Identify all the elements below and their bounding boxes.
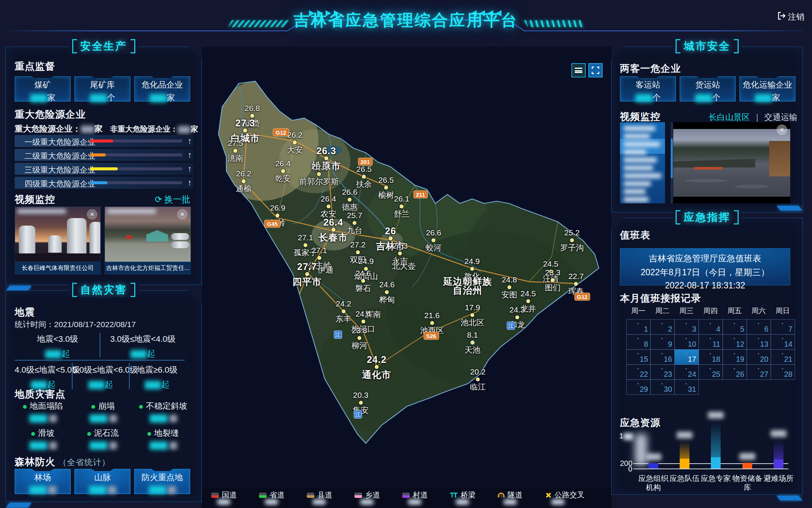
refresh-batch-button[interactable]: ⟳ 换一批 — [155, 194, 190, 205]
calendar-day-22[interactable]: 22 — [626, 364, 651, 380]
city-video-feed[interactable]: × — [673, 122, 790, 203]
camera-thumbnail-1[interactable]: × 长春巨峰气体有限责任公司 — [15, 206, 101, 274]
river-gauge-icon[interactable]: 江 — [354, 410, 362, 419]
calendar-day-2[interactable]: 2 — [650, 319, 675, 335]
map-city-marker[interactable]: 23.8柳河 — [351, 326, 367, 350]
calendar-day-29[interactable]: 29 — [626, 379, 651, 395]
calendar-day-30[interactable]: 30 — [650, 379, 675, 395]
map-city-marker[interactable]: 8.1天池 — [465, 331, 480, 355]
province-map[interactable]: 26.8镇赉27.3白城市27.5洮南26.2大安26.2通榆26.4乾安26.… — [202, 47, 611, 508]
legend-item-县道[interactable]: 县道 — [307, 490, 332, 500]
river-gauge-icon[interactable]: 江 — [507, 321, 515, 330]
map-city-marker[interactable]: 26.2大安 — [287, 130, 303, 155]
map-city-marker[interactable]: 25.7九台 — [347, 211, 362, 235]
calendar-day-9[interactable]: 9 — [650, 334, 675, 350]
calendar-day-3[interactable]: 3 — [674, 319, 699, 335]
map-city-marker[interactable]: 23.3图们 — [545, 268, 561, 292]
map-city-marker[interactable]: 26.6前郭尔罗斯 — [299, 162, 339, 186]
map-city-marker[interactable]: 26.5榆树 — [378, 176, 394, 200]
river-gauge-icon[interactable]: 江 — [334, 331, 342, 339]
camera-timestamp — [17, 209, 66, 214]
redacted-list-item[interactable] — [624, 158, 657, 162]
y-tick-200: 200 — [620, 459, 632, 468]
redacted-list-item[interactable] — [624, 197, 648, 202]
close-icon[interactable]: × — [87, 209, 97, 220]
map-city-marker[interactable]: 27.5洮南 — [227, 139, 243, 163]
map-fullscreen-button[interactable] — [588, 63, 603, 77]
calendar-day-17[interactable]: 17 — [674, 349, 699, 365]
calendar-day-1[interactable]: 1 — [626, 319, 651, 335]
map-city-marker[interactable]: 21.6池西区 — [420, 311, 444, 335]
redacted-list-item[interactable] — [624, 126, 655, 131]
redacted-list-item[interactable] — [624, 134, 650, 139]
map-city-marker[interactable]: 24.6磐石 — [355, 269, 371, 293]
redacted-list-item[interactable] — [624, 150, 646, 155]
calendar-day-8[interactable]: 8 — [626, 334, 651, 350]
logout-button[interactable]: 注销 — [777, 11, 804, 23]
legend-item-省道[interactable]: 省道 — [259, 490, 285, 500]
calendar-day-7[interactable]: 7 — [771, 319, 795, 335]
calendar-day-12[interactable]: 12 — [723, 334, 747, 350]
tab-transport[interactable]: 交通运输 — [764, 112, 797, 122]
map-city-marker[interactable]: 24.6桦甸 — [379, 280, 395, 304]
map-city-marker[interactable]: 27.7四平市 — [292, 262, 322, 286]
calendar-day-31[interactable]: 31 — [674, 379, 699, 395]
redacted-list-item[interactable] — [624, 142, 660, 147]
calendar-day-21[interactable]: 21 — [771, 349, 795, 365]
legend-item-桥梁[interactable]: 桥梁 — [450, 490, 476, 500]
map-city-marker[interactable]: 20.2临江 — [470, 367, 486, 391]
calendar-day-23[interactable]: 23 — [650, 364, 675, 380]
scrollbar-thumb[interactable] — [671, 138, 673, 178]
map-city-marker[interactable]: 25.2罗子沟 — [560, 228, 584, 252]
calendar-day-5[interactable]: 5 — [723, 319, 747, 335]
camera-thumbnail-2[interactable]: × 吉林市吉化北方炬福工贸责任... — [105, 206, 191, 274]
legend-item-公路交叉[interactable]: 公路交叉 — [545, 490, 585, 500]
legend-item-乡道[interactable]: 乡道 — [354, 490, 380, 500]
calendar-day-6[interactable]: 6 — [747, 319, 771, 335]
calendar-day-24[interactable]: 24 — [674, 364, 699, 380]
calendar-day-14[interactable]: 14 — [771, 334, 795, 350]
camera-list-scrollbar[interactable] — [671, 122, 673, 203]
map-city-marker[interactable]: 24.8安图 — [501, 275, 517, 299]
calendar-day-4[interactable]: 4 — [698, 319, 723, 335]
tab-changbaishan[interactable]: 长白山景区 — [709, 112, 750, 123]
redacted-list-item[interactable] — [624, 189, 645, 194]
map-city-marker[interactable]: 17.9池北区 — [461, 303, 484, 327]
calendar-day-18[interactable]: 18 — [698, 349, 723, 365]
calendar-day-16[interactable]: 16 — [650, 349, 675, 365]
calendar-day-15[interactable]: 15 — [626, 349, 651, 365]
calendar-day-27[interactable]: 27 — [747, 364, 771, 380]
map-city-marker[interactable]: 26.2通榆 — [236, 169, 251, 193]
redacted-list-item[interactable] — [624, 181, 651, 186]
calendar-day-26[interactable]: 26 — [723, 364, 747, 380]
map-city-marker[interactable]: 26.1舒兰 — [394, 194, 409, 218]
calendar-day-20[interactable]: 20 — [747, 349, 771, 365]
legend-item-村道[interactable]: 村道 — [402, 490, 428, 500]
map-city-marker[interactable]: 北大壶 — [392, 262, 415, 271]
map-city-marker[interactable]: 26.4农安 — [321, 194, 336, 218]
calendar-day-10[interactable]: 10 — [674, 334, 699, 350]
map-city-marker[interactable]: 22.7珲春 — [568, 272, 584, 296]
map-city-marker[interactable]: 26.4乾安 — [275, 159, 291, 183]
map-city-marker[interactable]: 24.2通化市 — [362, 355, 391, 379]
map-city-marker[interactable]: 24.2东丰 — [336, 299, 351, 323]
close-icon[interactable]: × — [177, 209, 188, 220]
redacted-list-item[interactable] — [624, 165, 653, 170]
map-city-marker[interactable]: 26.4长春市 — [319, 218, 348, 242]
map-city-marker[interactable]: 延边朝鲜族 自治州 — [443, 277, 492, 295]
close-icon[interactable]: × — [777, 124, 787, 135]
map-layers-button[interactable] — [571, 63, 586, 77]
legend-item-隧道[interactable]: 隧道 — [498, 490, 523, 500]
map-city-marker[interactable]: 26.6德惠 — [342, 188, 358, 212]
map-city-marker[interactable]: 26.5扶余 — [356, 165, 372, 189]
calendar-day-19[interactable]: 19 — [723, 349, 747, 365]
camera-list[interactable] — [620, 122, 665, 203]
calendar-day-11[interactable]: 11 — [698, 334, 723, 350]
redacted-value — [149, 486, 166, 494]
calendar-day-25[interactable]: 25 — [698, 364, 723, 380]
legend-item-国道[interactable]: 国道 — [211, 490, 237, 500]
map-city-marker[interactable]: 26.6蛟河 — [426, 228, 441, 252]
redacted-list-item[interactable] — [624, 173, 661, 178]
calendar-day-28[interactable]: 28 — [771, 364, 795, 380]
calendar-day-13[interactable]: 13 — [747, 334, 771, 350]
